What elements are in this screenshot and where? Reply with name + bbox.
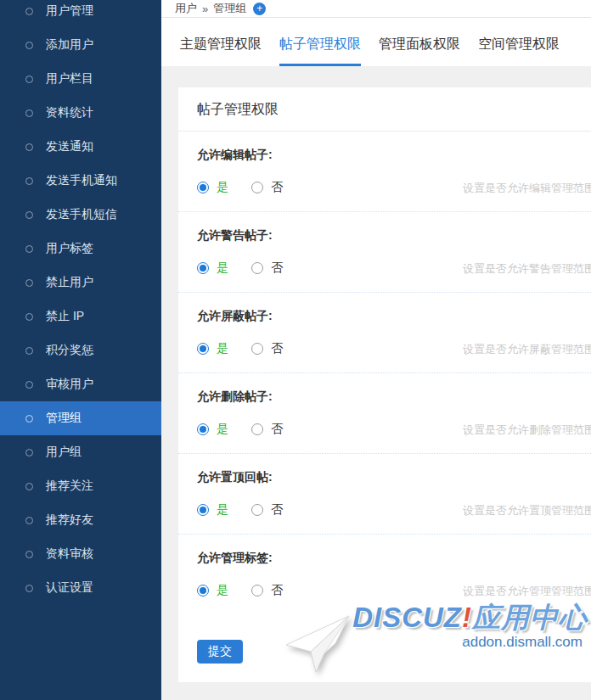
radio-yes[interactable]: [197, 585, 209, 596]
sidebar-item-label: 审核用户: [46, 377, 93, 392]
main-area: 用户 » 管理组 + 主题管理权限 帖子管理权限 管理面板权限 空间管理权限 帖…: [161, 0, 591, 700]
submit-button[interactable]: 提交: [197, 640, 243, 664]
sidebar-item-12[interactable]: 管理组: [0, 401, 161, 435]
sidebar-item-17[interactable]: 认证设置: [0, 571, 161, 605]
sidebar-item-2[interactable]: 用户栏目: [0, 62, 161, 96]
sidebar-item-label: 管理组: [46, 411, 82, 426]
permission-field-row-4: 允许置顶回帖: 是 否 设置是否允许置顶管理范围内: [178, 454, 591, 535]
field-label: 允许管理标签:: [197, 551, 572, 566]
breadcrumb: 用户 » 管理组 +: [161, 0, 591, 18]
circle-bullet-icon: [25, 551, 33, 558]
sidebar-item-1[interactable]: 添加用户: [0, 28, 161, 62]
sidebar-item-label: 用户组: [46, 445, 82, 460]
sidebar-item-10[interactable]: 积分奖惩: [0, 333, 161, 367]
breadcrumb-section[interactable]: 用户: [175, 1, 197, 16]
field-label: 允许编辑帖子:: [197, 148, 572, 163]
radio-yes-label[interactable]: 是: [217, 583, 228, 598]
circle-bullet-icon: [25, 109, 33, 117]
circle-bullet-icon: [25, 381, 33, 389]
sidebar-item-3[interactable]: 资料统计: [0, 96, 161, 130]
circle-bullet-icon: [25, 347, 33, 355]
radio-group: 是 否 设置是否允许屏蔽管理范围内: [197, 341, 572, 356]
radio-yes-label[interactable]: 是: [217, 422, 228, 437]
tab-bar: 主题管理权限 帖子管理权限 管理面板权限 空间管理权限: [161, 18, 591, 66]
sidebar-item-6[interactable]: 发送手机短信: [0, 198, 161, 232]
radio-no[interactable]: [251, 504, 263, 516]
tab-1[interactable]: 帖子管理权限: [279, 36, 361, 66]
field-hint: 设置是否允许编辑管理范围内: [463, 181, 591, 196]
radio-no-label[interactable]: 否: [271, 341, 283, 356]
sidebar-item-16[interactable]: 资料审核: [0, 537, 161, 571]
sidebar-item-label: 禁止用户: [46, 275, 93, 290]
radio-group: 是 否 设置是否允许删除管理范围内: [197, 422, 572, 436]
sidebar-item-4[interactable]: 发送通知: [0, 130, 161, 164]
radio-yes-label[interactable]: 是: [217, 180, 228, 195]
radio-no[interactable]: [251, 423, 263, 435]
sidebar-item-0[interactable]: 用户管理: [0, 0, 161, 28]
settings-panel: 帖子管理权限 允许编辑帖子: 是 否 设置是否允许编辑管理范围内 允许警告帖子:…: [178, 87, 591, 682]
radio-yes[interactable]: [197, 423, 209, 435]
radio-yes-label[interactable]: 是: [217, 502, 228, 518]
field-label: 允许警告帖子:: [197, 228, 572, 244]
radio-no[interactable]: [251, 182, 263, 193]
tab-2[interactable]: 管理面板权限: [379, 36, 460, 66]
radio-group: 是 否 设置是否允许管理管理范围内: [197, 583, 572, 597]
circle-bullet-icon: [25, 42, 33, 49]
circle-bullet-icon: [25, 8, 33, 15]
radio-no[interactable]: [251, 343, 263, 355]
radio-yes[interactable]: [197, 504, 209, 516]
sidebar-item-label: 发送通知: [46, 139, 93, 154]
circle-bullet-icon: [25, 211, 33, 219]
breadcrumb-current: 管理组: [213, 1, 246, 16]
circle-bullet-icon: [25, 313, 33, 321]
panel-title: 帖子管理权限: [178, 87, 591, 132]
radio-yes-label[interactable]: 是: [217, 260, 228, 276]
radio-no[interactable]: [251, 585, 263, 596]
sidebar-item-label: 用户标签: [46, 241, 93, 256]
sidebar-item-label: 认证设置: [46, 580, 93, 596]
field-label: 允许删除帖子:: [197, 389, 572, 405]
radio-yes[interactable]: [197, 182, 209, 193]
sidebar-menu: 用户管理 添加用户 用户栏目 资料统计 发送通知 发送手机通知 发送手机短信 用…: [0, 0, 161, 605]
radio-no-label[interactable]: 否: [271, 260, 283, 276]
field-hint: 设置是否允许置顶管理范围内: [463, 503, 591, 518]
sidebar-item-5[interactable]: 发送手机通知: [0, 164, 161, 198]
form-rows: 允许编辑帖子: 是 否 设置是否允许编辑管理范围内 允许警告帖子: 是 否 设置…: [178, 132, 591, 614]
sidebar-item-9[interactable]: 禁止 IP: [0, 300, 161, 333]
sidebar-item-15[interactable]: 推荐好友: [0, 503, 161, 537]
permission-field-row-1: 允许警告帖子: 是 否 设置是否允许警告管理范围内: [178, 212, 591, 293]
radio-yes[interactable]: [197, 262, 209, 274]
circle-bullet-icon: [25, 177, 33, 185]
sidebar-item-8[interactable]: 禁止用户: [0, 266, 161, 300]
permission-field-row-2: 允许屏蔽帖子: 是 否 设置是否允许屏蔽管理范围内: [178, 293, 591, 373]
field-hint: 设置是否允许警告管理范围内: [463, 261, 591, 277]
sidebar-item-13[interactable]: 用户组: [0, 435, 161, 469]
radio-yes-label[interactable]: 是: [217, 341, 228, 356]
sidebar-item-7[interactable]: 用户标签: [0, 232, 161, 266]
radio-no-label[interactable]: 否: [271, 180, 283, 195]
sidebar-item-label: 推荐好友: [46, 512, 93, 528]
radio-no[interactable]: [251, 262, 263, 274]
field-label: 允许屏蔽帖子:: [197, 309, 572, 324]
radio-yes[interactable]: [197, 343, 209, 355]
permission-field-row-0: 允许编辑帖子: 是 否 设置是否允许编辑管理范围内: [178, 132, 591, 212]
add-icon[interactable]: +: [253, 3, 266, 15]
sidebar-item-label: 用户管理: [46, 3, 93, 19]
circle-bullet-icon: [25, 245, 33, 253]
radio-no-label[interactable]: 否: [271, 422, 283, 437]
sidebar-item-label: 资料审核: [46, 546, 93, 562]
radio-group: 是 否 设置是否允许置顶管理范围内: [197, 502, 572, 517]
permission-field-row-3: 允许删除帖子: 是 否 设置是否允许删除管理范围内: [178, 373, 591, 454]
radio-no-label[interactable]: 否: [271, 583, 283, 598]
circle-bullet-icon: [25, 143, 33, 151]
sidebar-item-11[interactable]: 审核用户: [0, 367, 161, 401]
field-hint: 设置是否允许删除管理范围内: [463, 423, 591, 438]
circle-bullet-icon: [25, 483, 33, 490]
tab-0[interactable]: 主题管理权限: [180, 36, 262, 66]
circle-bullet-icon: [25, 279, 33, 287]
sidebar-item-14[interactable]: 推荐关注: [0, 469, 161, 503]
sidebar-item-label: 添加用户: [46, 37, 93, 53]
permission-field-row-5: 允许管理标签: 是 否 设置是否允许管理管理范围内: [178, 535, 591, 614]
radio-no-label[interactable]: 否: [271, 502, 283, 518]
tab-3[interactable]: 空间管理权限: [478, 36, 560, 66]
